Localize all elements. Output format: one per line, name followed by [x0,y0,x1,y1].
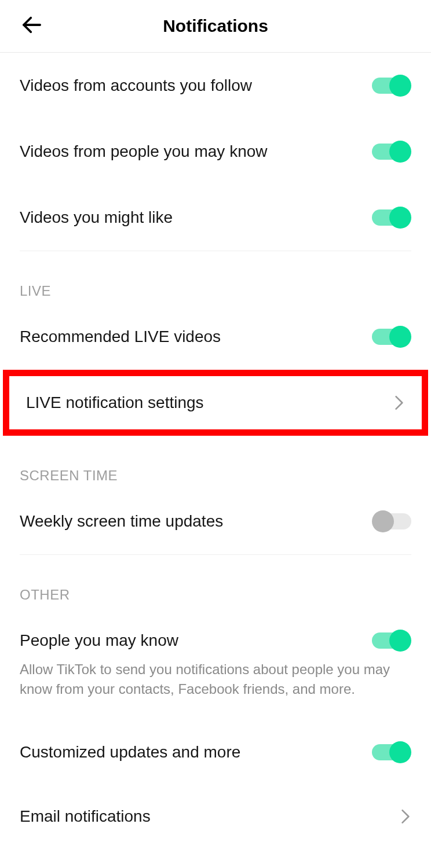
label-people-may-know: People you may know [20,631,178,650]
row-weekly-screen: Weekly screen time updates [20,488,411,554]
toggle-customized[interactable] [372,741,411,763]
row-customized: Customized updates and more [20,719,411,785]
row-videos-might-like: Videos you might like [20,185,411,251]
row-email-notifications[interactable]: Email notifications [20,785,411,848]
toggle-videos-might-like[interactable] [372,207,411,229]
chevron-right-icon [393,394,405,411]
row-recommended-live: Recommended LIVE videos [20,304,411,370]
row-videos-may-know: Videos from people you may know [20,119,411,185]
section-header-live: LIVE [20,251,411,304]
page-header: Notifications [0,0,431,53]
section-top: Videos from accounts you follow Videos f… [0,53,431,251]
back-button[interactable] [20,13,44,39]
toggle-videos-may-know[interactable] [372,141,411,163]
label-email-notifications: Email notifications [20,807,151,826]
section-screen-time: SCREEN TIME Weekly screen time updates [0,436,431,554]
row-live-settings[interactable]: LIVE notification settings [9,376,422,429]
row-videos-follow: Videos from accounts you follow [20,53,411,119]
arrow-left-icon [20,13,44,37]
toggle-weekly-screen[interactable] [372,510,411,532]
label-recommended-live: Recommended LIVE videos [20,328,221,346]
label-videos-may-know: Videos from people you may know [20,142,268,161]
toggle-people-may-know[interactable] [372,630,411,652]
description-people-may-know: Allow TikTok to send you notifications a… [20,660,411,719]
chevron-right-icon [400,808,411,825]
toggle-videos-follow[interactable] [372,75,411,97]
section-header-screen-time: SCREEN TIME [20,436,411,488]
page-title: Notifications [20,16,411,36]
section-other: OTHER People you may know Allow TikTok t… [0,555,431,848]
section-header-other: OTHER [20,555,411,608]
section-live: LIVE Recommended LIVE videos [0,251,431,370]
label-videos-might-like: Videos you might like [20,208,173,227]
highlight-box: LIVE notification settings [3,370,428,436]
label-weekly-screen: Weekly screen time updates [20,512,223,531]
label-live-settings: LIVE notification settings [26,393,204,412]
label-videos-follow: Videos from accounts you follow [20,76,252,95]
label-customized: Customized updates and more [20,743,240,762]
toggle-recommended-live[interactable] [372,326,411,348]
